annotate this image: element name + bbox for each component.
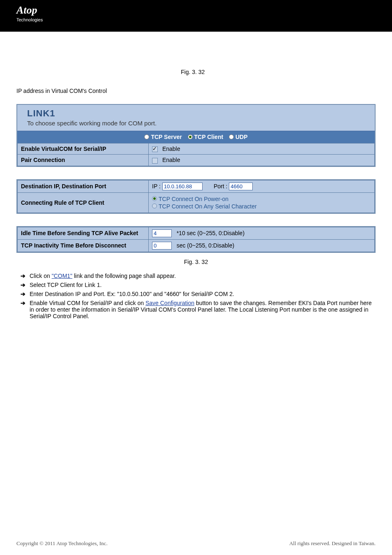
inact-label: TCP Inactivity Time Before Disconnect <box>18 239 149 252</box>
arrow-icon: ➔ <box>21 282 25 288</box>
radio-icon <box>229 134 234 139</box>
bullet-text: Select TCP Client for Link 1. <box>30 282 376 288</box>
vcom-label: Enable VirtualCOM for Serial/IP <box>18 143 149 155</box>
panel-title: LINK1 <box>27 108 365 119</box>
radio-icon <box>152 196 157 201</box>
dest-ip-input[interactable] <box>162 183 203 190</box>
idle-input[interactable] <box>152 229 172 237</box>
config-table-2: Destination IP, Destination Port IP : Po… <box>17 180 375 213</box>
rule-text: TCP Connect On Power-on <box>159 196 228 202</box>
bullet-4: ➔ Enable Virtual COM for Serial/IP and c… <box>21 300 376 319</box>
idle-suffix: *10 sec (0~255, 0:Disable) <box>177 230 244 236</box>
config-table-1: Enable VirtualCOM for Serial/IP Enable P… <box>17 143 375 166</box>
bullet-3: ➔ Enter Destination IP and Port. Ex: "10… <box>21 291 376 297</box>
figure-ref-mid: Fig. 3. 32 <box>16 259 376 265</box>
mode-label: TCP Client <box>194 134 224 140</box>
mode-label: UDP <box>235 134 248 140</box>
rule-value-cell: TCP Connect On Power-on TCP Connect On A… <box>149 192 375 213</box>
inact-value-cell: sec (0~255, 0:Disable) <box>149 239 375 252</box>
config-table-3: Idle Time Before Sending TCP Alive Packe… <box>17 227 375 252</box>
intro-line: IP address in Virtual COM's Control <box>16 88 376 94</box>
arrow-icon: ➔ <box>21 291 25 297</box>
idle-value-cell: *10 sec (0~255, 0:Disable) <box>149 227 375 239</box>
mode-label: TCP Server <box>151 134 182 140</box>
rule-label: Connecting Rule of TCP Client <box>18 192 149 213</box>
inact-input[interactable] <box>152 242 172 250</box>
rights: All rights reserved. Designed in Taiwan. <box>289 540 376 547</box>
idle-label: Idle Time Before Sending TCP Alive Packe… <box>18 227 149 239</box>
mode-bar: TCP Server TCP Client UDP <box>17 131 375 143</box>
bullet-text: Enter Destination IP and Port. Ex: "10.0… <box>30 291 376 297</box>
panel-subtitle: To choose specific working mode for COM … <box>27 120 365 127</box>
ip-prefix: IP : <box>152 183 161 190</box>
pair-label: Pair Connection <box>18 155 149 166</box>
bullet-1: ➔ Click on "COM1" link and the following… <box>21 273 376 279</box>
mode-tcp-server[interactable]: TCP Server <box>144 134 182 140</box>
copyright: Copyright © 2011 Atop Technologies, Inc. <box>16 540 108 547</box>
bullet-text: Click on "COM1" link and the following p… <box>30 273 376 279</box>
vcom-value-cell: Enable <box>149 143 375 155</box>
dest-port-input[interactable] <box>229 183 253 190</box>
com1-link[interactable]: "COM1" <box>52 273 72 279</box>
arrow-icon: ➔ <box>21 273 25 279</box>
mode-tcp-client[interactable]: TCP Client <box>188 134 224 140</box>
rule-opt-anyserial[interactable]: TCP Connect On Any Serial Character <box>152 203 371 210</box>
enable-text: Enable <box>162 157 180 163</box>
figure-ref-top: Fig. 3. 32 <box>181 69 376 75</box>
arrow-icon: ➔ <box>21 300 25 319</box>
dest-value-cell: IP : Port : <box>149 180 375 192</box>
link1-panel: LINK1 To choose specific working mode fo… <box>16 104 376 167</box>
timing-panel: Idle Time Before Sending TCP Alive Packe… <box>16 226 376 253</box>
mode-udp[interactable]: UDP <box>229 134 248 140</box>
bullet-text: Enable Virtual COM for Serial/IP and cli… <box>30 300 376 319</box>
bullet-2: ➔ Select TCP Client for Link 1. <box>21 282 376 288</box>
port-prefix: Port : <box>214 183 227 190</box>
radio-icon <box>152 204 157 208</box>
radio-icon <box>144 134 149 139</box>
checkbox-icon[interactable] <box>152 146 158 152</box>
enable-text: Enable <box>162 146 180 152</box>
dest-panel: Destination IP, Destination Port IP : Po… <box>16 179 376 214</box>
radio-icon <box>188 134 193 139</box>
rule-opt-poweron[interactable]: TCP Connect On Power-on <box>152 196 371 202</box>
page-footer: Copyright © 2011 Atop Technologies, Inc.… <box>16 540 376 547</box>
pair-value-cell: Enable <box>149 155 375 166</box>
brand-sub: Technologies <box>16 17 376 22</box>
checkbox-icon[interactable] <box>152 158 158 164</box>
rule-text: TCP Connect On Any Serial Character <box>159 203 257 210</box>
save-config-link[interactable]: Save Configuration <box>145 300 194 306</box>
inact-suffix: sec (0~255, 0:Disable) <box>177 242 234 249</box>
dest-label: Destination IP, Destination Port <box>18 180 149 192</box>
brand-logo: Atop <box>16 4 376 16</box>
